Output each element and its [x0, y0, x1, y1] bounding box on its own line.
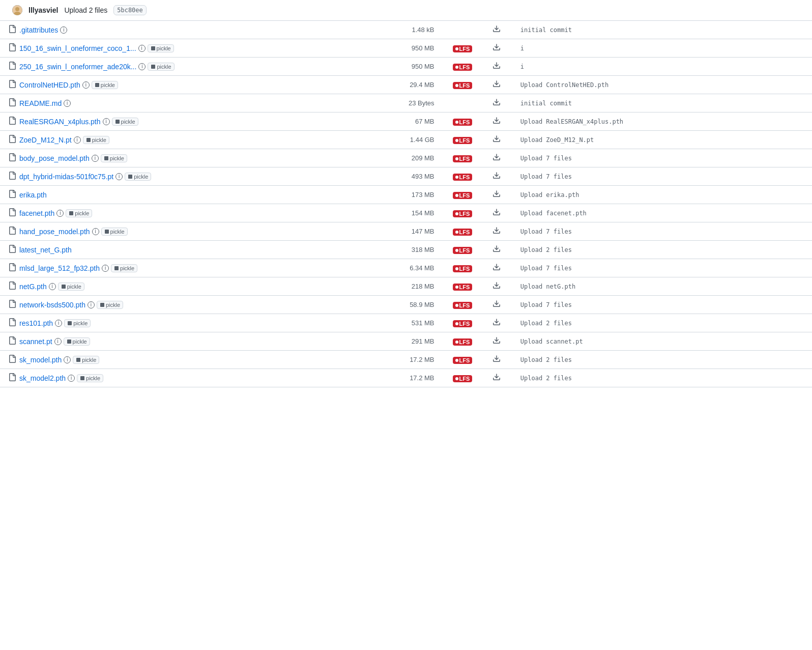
file-name-link[interactable]: res101.pth [19, 319, 53, 327]
download-icon[interactable] [492, 375, 501, 383]
download-cell[interactable] [480, 112, 512, 131]
table-row: body_pose_model.pthi pickle209 MB LFSUpl… [0, 149, 812, 167]
file-name-link[interactable]: scannet.pt [19, 337, 52, 346]
download-icon[interactable] [492, 228, 501, 236]
file-size: 23 Bytes [350, 94, 442, 112]
svg-rect-4 [151, 65, 155, 69]
lfs-badge: LFS [453, 320, 473, 327]
file-name-link[interactable]: mlsd_large_512_fp32.pth [19, 264, 100, 272]
download-cell[interactable] [480, 76, 512, 94]
download-icon[interactable] [492, 136, 501, 145]
file-size: 29.4 MB [350, 76, 442, 94]
download-cell[interactable] [480, 58, 512, 76]
file-name-link[interactable]: .gitattributes [19, 26, 58, 34]
file-name-link[interactable]: netG.pth [19, 282, 47, 291]
info-icon[interactable]: i [138, 45, 146, 52]
download-cell[interactable] [480, 351, 512, 369]
file-name-link[interactable]: network-bsds500.pth [19, 301, 85, 309]
info-icon[interactable]: i [64, 100, 71, 107]
download-icon[interactable] [492, 173, 501, 181]
file-name-link[interactable]: RealESRGAN_x4plus.pth [19, 118, 101, 126]
info-icon[interactable]: i [92, 155, 99, 162]
download-cell[interactable] [480, 39, 512, 58]
svg-rect-13 [62, 285, 66, 289]
download-cell[interactable] [480, 21, 512, 39]
lfs-cell: LFS [443, 112, 481, 131]
file-name-link[interactable]: body_pose_model.pth [19, 154, 90, 162]
info-icon[interactable]: i [74, 136, 81, 144]
download-icon[interactable] [492, 191, 501, 200]
download-cell[interactable] [480, 332, 512, 351]
download-icon[interactable] [492, 26, 501, 35]
download-icon[interactable] [492, 63, 501, 71]
download-icon[interactable] [492, 338, 501, 346]
info-icon[interactable]: i [64, 356, 71, 363]
download-cell[interactable] [480, 296, 512, 314]
file-name-link[interactable]: sk_model.pth [19, 356, 62, 364]
download-icon[interactable] [492, 45, 501, 53]
info-icon[interactable]: i [49, 283, 56, 290]
download-cell[interactable] [480, 149, 512, 167]
file-name-link[interactable]: erika.pth [19, 191, 47, 199]
download-cell[interactable] [480, 259, 512, 277]
download-icon[interactable] [492, 320, 501, 328]
info-icon[interactable]: i [115, 173, 123, 180]
download-cell[interactable] [480, 222, 512, 241]
file-icon [8, 43, 16, 53]
download-icon[interactable] [492, 265, 501, 273]
commit-message-cell: Upload netG.pth [512, 277, 812, 296]
info-icon[interactable]: i [60, 26, 67, 34]
download-icon[interactable] [492, 356, 501, 364]
commit-message-cell: Upload 7 files [512, 296, 812, 314]
download-cell[interactable] [480, 204, 512, 222]
download-cell[interactable] [480, 186, 512, 204]
table-row: facenet.pthi pickle154 MB LFSUpload face… [0, 204, 812, 222]
download-icon[interactable] [492, 210, 501, 218]
file-name-link[interactable]: README.md [19, 99, 62, 107]
info-icon[interactable]: i [82, 81, 90, 89]
download-icon[interactable] [492, 118, 501, 126]
lfs-badge: LFS [453, 357, 473, 364]
info-icon[interactable]: i [55, 320, 62, 327]
download-cell[interactable] [480, 241, 512, 259]
lfs-cell [443, 21, 481, 39]
file-name-link[interactable]: sk_model2.pth [19, 374, 66, 382]
download-icon[interactable] [492, 301, 501, 309]
file-name-link[interactable]: dpt_hybrid-midas-501f0c75.pt [19, 173, 113, 181]
download-cell[interactable] [480, 131, 512, 149]
download-cell[interactable] [480, 369, 512, 387]
info-icon[interactable]: i [102, 265, 109, 272]
file-size: 17.2 MB [350, 351, 442, 369]
info-icon[interactable]: i [92, 228, 99, 235]
file-size: 17.2 MB [350, 369, 442, 387]
file-name-link[interactable]: 250_16_swin_l_oneformer_ade20k... [19, 63, 136, 71]
commit-message-cell: initial commit [512, 94, 812, 112]
download-icon[interactable] [492, 283, 501, 291]
download-cell[interactable] [480, 167, 512, 186]
info-icon[interactable]: i [138, 63, 146, 70]
pickle-badge: pickle [101, 154, 127, 162]
info-icon[interactable]: i [68, 375, 75, 382]
info-icon[interactable]: i [88, 301, 95, 308]
lfs-cell: LFS [443, 39, 481, 58]
info-icon[interactable]: i [103, 118, 110, 125]
download-icon[interactable] [492, 100, 501, 108]
commit-sha[interactable]: 5bc80ee [113, 5, 147, 15]
download-cell[interactable] [480, 277, 512, 296]
download-cell[interactable] [480, 94, 512, 112]
download-icon[interactable] [492, 155, 501, 163]
info-icon[interactable]: i [56, 210, 64, 217]
file-name-link[interactable]: ControlNetHED.pth [19, 81, 80, 89]
username[interactable]: lllyasviel [28, 6, 58, 14]
info-icon[interactable]: i [54, 338, 62, 345]
file-name-link[interactable]: latest_net_G.pth [19, 246, 72, 254]
file-name-link[interactable]: hand_pose_model.pth [19, 228, 90, 236]
download-icon[interactable] [492, 246, 501, 255]
file-name-link[interactable]: facenet.pth [19, 209, 54, 217]
download-icon[interactable] [492, 81, 501, 90]
file-size: 218 MB [350, 277, 442, 296]
download-cell[interactable] [480, 314, 512, 332]
file-name-link[interactable]: 150_16_swin_l_oneformer_coco_1... [19, 44, 136, 52]
file-name-link[interactable]: ZoeD_M12_N.pt [19, 136, 72, 144]
file-icon [8, 245, 16, 255]
